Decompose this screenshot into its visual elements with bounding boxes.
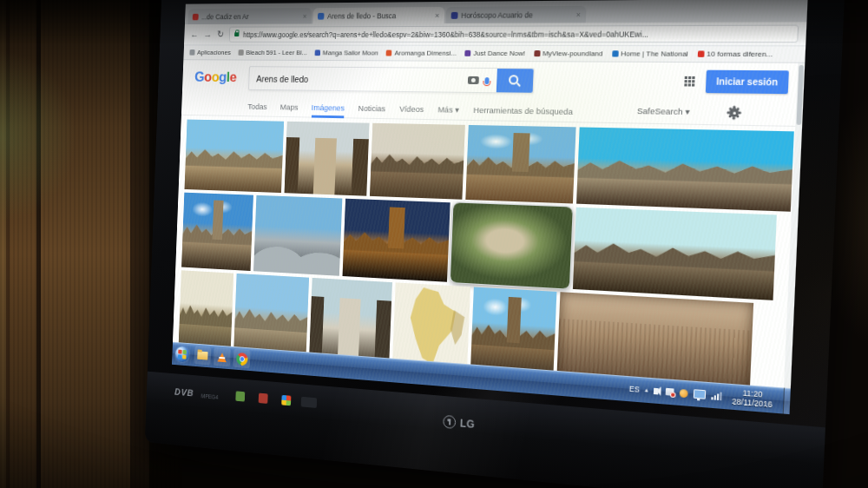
gear-icon[interactable] — [729, 108, 739, 117]
bookmark-label: 10 formas diferen... — [707, 49, 773, 58]
reload-icon[interactable]: ↻ — [217, 30, 224, 38]
image-result-thumbnail[interactable] — [184, 120, 284, 194]
bookmark-item[interactable]: Aromanga Dimensi... — [386, 49, 457, 57]
network-icon[interactable] — [694, 389, 707, 399]
bookmark-item[interactable]: Aplicaciones — [189, 49, 231, 56]
signal-bars-icon[interactable] — [711, 391, 721, 399]
browser-tab-active[interactable]: Arens de lledo - Busca × — [312, 7, 444, 23]
bookmark-item[interactable]: MyView-poundland — [534, 49, 603, 57]
image-result-thumbnail[interactable] — [450, 202, 573, 288]
browser-tab[interactable]: ...de Cadiz en Ar × — [187, 8, 312, 24]
bookmark-label: MyView-poundland — [542, 49, 603, 57]
forward-icon[interactable]: → — [203, 30, 212, 39]
chrome-taskbar-button[interactable] — [233, 349, 250, 368]
tab-maps[interactable]: Maps — [279, 97, 299, 115]
image-result-thumbnail[interactable] — [370, 123, 465, 200]
show-desktop-button[interactable] — [783, 388, 791, 415]
bookmark-label: Aplicaciones — [197, 49, 231, 56]
hidden-icons-caret-icon[interactable]: ▴ — [645, 386, 648, 394]
start-button[interactable] — [175, 346, 190, 362]
close-tab-icon[interactable]: × — [303, 12, 307, 21]
horoscope-favicon-icon — [451, 11, 458, 18]
clouds — [477, 292, 536, 321]
safesearch-dropdown[interactable]: SafeSearch ▾ — [637, 106, 690, 116]
bookmark-label: Home | The National — [621, 49, 688, 58]
photo-scene: ...de Cadiz en Ar × Arens de lledo - Bus… — [0, 0, 868, 488]
search-input[interactable]: Arens de lledo — [248, 66, 535, 94]
tab-todas[interactable]: Todas — [247, 96, 267, 114]
bookmark-item[interactable]: Manga Sailor Moon — [315, 49, 378, 56]
explorer-taskbar-button[interactable] — [194, 346, 212, 365]
taskbar-clock[interactable]: 11:2028/11/2016 — [727, 387, 778, 410]
clouds — [474, 129, 549, 153]
google-apps-grid-icon[interactable] — [685, 76, 687, 79]
shop-favicon-icon — [534, 50, 540, 56]
tab-noticias[interactable]: Noticias — [358, 98, 385, 116]
chrome-icon — [236, 352, 248, 365]
manga-favicon-icon — [315, 49, 321, 56]
spec-sticker — [301, 397, 318, 408]
volume-icon[interactable] — [654, 387, 659, 394]
tab-mas[interactable]: Más ▾ — [437, 99, 459, 117]
back-icon[interactable]: ← — [190, 30, 199, 39]
google-logo: Google — [194, 69, 237, 86]
news-favicon-icon — [612, 50, 619, 56]
green-sticker — [235, 391, 245, 401]
vlc-taskbar-button[interactable] — [214, 347, 231, 366]
google-search-favicon-icon — [318, 12, 325, 19]
bookmark-label: Manga Sailor Moon — [323, 49, 378, 56]
bookmark-label: Bleach 591 - Leer Bl... — [246, 49, 307, 56]
tab-imagenes[interactable]: Imágenes — [312, 97, 345, 115]
image-result-thumbnail[interactable] — [573, 208, 777, 300]
bookmark-item[interactable]: Home | The National — [612, 49, 688, 58]
bookmark-label: Aromanga Dimensi... — [394, 49, 457, 57]
search-by-image-camera-icon[interactable] — [468, 76, 479, 84]
game-favicon-icon — [464, 50, 470, 56]
tab-title: Horóscopo Acuario de — [461, 10, 533, 20]
url-text: https://www.google.es/search?q=arens+de+… — [243, 30, 649, 39]
voice-search-mic-icon[interactable] — [484, 77, 489, 84]
tab-title: ...de Cadiz en Ar — [201, 12, 249, 21]
image-result-thumbnail[interactable] — [343, 199, 450, 282]
tab-title: Arens de lledo - Busca — [327, 11, 397, 20]
bookmark-item[interactable]: Just Dance Now! — [464, 49, 525, 57]
image-result-thumbnail[interactable] — [181, 193, 253, 271]
chevron-down-icon: ▾ — [685, 107, 690, 117]
action-center-flag-icon[interactable] — [666, 388, 674, 396]
date: 28/11/2016 — [732, 397, 773, 409]
tab-mas-label: Más — [437, 104, 453, 114]
lg-logo: LG — [443, 415, 475, 431]
image-result-thumbnail[interactable] — [465, 125, 575, 204]
close-tab-icon[interactable]: × — [575, 10, 581, 18]
page-favicon-icon — [238, 49, 243, 56]
bookmark-item[interactable]: 10 formas diferen... — [697, 49, 773, 58]
chevron-down-icon: ▾ — [455, 105, 459, 115]
close-tab-icon[interactable]: × — [435, 10, 439, 19]
browser-tab[interactable]: Horóscopo Acuario de × — [446, 6, 587, 23]
image-result-thumbnail[interactable] — [285, 122, 370, 196]
bookmark-item[interactable]: Bleach 591 - Leer Bl... — [238, 49, 306, 56]
padlock-icon — [234, 32, 239, 36]
language-indicator[interactable]: ES — [629, 385, 640, 394]
youtube-favicon-icon — [193, 13, 199, 20]
safesearch-label: SafeSearch — [637, 106, 683, 116]
bookmark-label: Just Dance Now! — [473, 49, 525, 57]
address-bar[interactable]: https://www.google.es/search?q=arens+de+… — [229, 25, 799, 43]
dvb-logo: DVB — [174, 386, 194, 398]
red-sticker — [259, 393, 268, 404]
tab-videos[interactable]: Vídeos — [399, 99, 424, 117]
folder-icon — [197, 351, 207, 359]
sign-in-button[interactable]: Iniciar sesión — [706, 70, 789, 95]
pin-icon — [697, 50, 704, 56]
search-query-text: Arens de lledo — [249, 73, 462, 85]
search-button[interactable] — [496, 69, 534, 93]
windows-sticker — [281, 395, 291, 406]
image-result-thumbnail[interactable] — [253, 195, 342, 276]
update-tray-icon[interactable] — [680, 388, 688, 397]
lg-monitor: ...de Cadiz en Ar × Arens de lledo - Bus… — [145, 0, 845, 488]
browser-toolbar: ← → ↻ https://www.google.es/search?q=are… — [184, 22, 806, 46]
monitor-screen: ...de Cadiz en Ar × Arens de lledo - Bus… — [172, 0, 808, 414]
image-result-thumbnail[interactable] — [576, 127, 794, 211]
tab-herramientas[interactable]: Herramientas de búsqueda — [473, 100, 573, 120]
vlc-cone-icon — [217, 353, 227, 362]
